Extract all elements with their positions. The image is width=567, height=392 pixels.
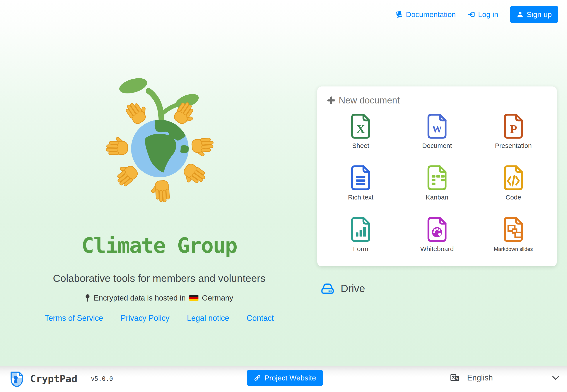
doc-type-label: Sheet xyxy=(352,142,369,149)
documentation-label: Documentation xyxy=(406,10,456,19)
hard-drive-icon xyxy=(321,282,335,294)
project-website-button[interactable]: Project Website xyxy=(247,370,323,386)
instance-subtitle: Colaborative tools for members and volun… xyxy=(0,272,318,284)
svg-text:A: A xyxy=(456,377,458,381)
plus-icon xyxy=(327,97,335,104)
document-file-icon: W xyxy=(426,112,448,140)
doc-type-label: Whiteboard xyxy=(420,245,454,253)
footer: CryptPad v5.0.0 Project Website A Englis… xyxy=(0,366,567,392)
new-doc-richtext[interactable]: Rich text xyxy=(323,164,399,201)
doc-type-label: Kanban xyxy=(426,194,448,201)
presentation-file-icon: P xyxy=(502,112,524,140)
new-document-title: New document xyxy=(339,95,400,106)
language-select[interactable]: A English xyxy=(450,370,559,386)
doc-type-label: Rich text xyxy=(348,194,373,201)
new-doc-sheet[interactable]: X Sheet xyxy=(323,112,399,149)
kanban-file-icon xyxy=(426,164,448,191)
new-doc-document[interactable]: W Document xyxy=(399,112,475,149)
svg-text:W: W xyxy=(432,123,442,135)
cryptpad-shield-icon xyxy=(10,370,24,388)
germany-flag-icon xyxy=(189,295,198,301)
translate-icon: A xyxy=(450,373,460,382)
legal-notice-link[interactable]: Legal notice xyxy=(187,314,229,323)
terms-of-service-link[interactable]: Terms of Service xyxy=(45,314,103,323)
legal-links: Terms of Service Privacy Policy Legal no… xyxy=(0,314,318,323)
signup-button[interactable]: Sign up xyxy=(510,6,558,23)
cryptpad-home-page: Documentation Log in Sign up xyxy=(0,0,567,392)
earth-globe-icon xyxy=(131,118,190,177)
new-document-card: New document X Sheet W Document xyxy=(317,86,557,266)
climate-group-logo xyxy=(101,70,219,212)
document-type-grid: X Sheet W Document P Presentation xyxy=(317,112,557,253)
form-file-icon xyxy=(350,216,372,243)
signup-label: Sign up xyxy=(527,10,552,19)
project-website-label: Project Website xyxy=(264,374,316,382)
new-doc-code[interactable]: Code xyxy=(475,164,552,201)
new-document-header: New document xyxy=(317,86,557,106)
login-link[interactable]: Log in xyxy=(468,10,498,19)
user-icon xyxy=(517,11,524,18)
cryptpad-wordmark: CryptPad xyxy=(30,373,77,385)
drive-label: Drive xyxy=(341,282,365,294)
hosting-text: Encrypted data is hosted in xyxy=(93,294,186,302)
link-chain-icon xyxy=(254,374,261,381)
sign-in-icon xyxy=(468,11,475,18)
doc-type-label: Markdown slides xyxy=(494,246,533,252)
privacy-policy-link[interactable]: Privacy Policy xyxy=(120,314,169,323)
code-file-icon xyxy=(502,164,524,191)
instance-title: Climate Group xyxy=(0,234,318,258)
contact-link[interactable]: Contact xyxy=(247,314,274,323)
doc-type-label: Form xyxy=(353,245,368,253)
footer-brand: CryptPad v5.0.0 xyxy=(10,366,113,392)
sheet-file-icon: X xyxy=(350,112,372,140)
top-navigation: Documentation Log in Sign up xyxy=(0,0,567,29)
svg-text:X: X xyxy=(356,122,365,136)
hosting-country: Germany xyxy=(202,294,233,302)
new-doc-presentation[interactable]: P Presentation xyxy=(475,112,552,149)
markdown-slides-file-icon xyxy=(502,216,524,243)
new-doc-form[interactable]: Form xyxy=(323,216,399,253)
version-label: v5.0.0 xyxy=(91,375,113,382)
doc-type-label: Code xyxy=(506,194,521,201)
login-label: Log in xyxy=(478,10,498,19)
doc-type-label: Presentation xyxy=(495,142,532,149)
new-doc-markdown-slides[interactable]: Markdown slides xyxy=(475,216,552,253)
whiteboard-file-icon xyxy=(426,216,448,243)
documentation-link[interactable]: Documentation xyxy=(395,10,456,19)
drive-link[interactable]: Drive xyxy=(321,282,365,294)
language-value: English xyxy=(467,373,493,382)
new-doc-whiteboard[interactable]: Whiteboard xyxy=(399,216,475,253)
book-icon xyxy=(395,11,403,18)
pushpin-icon xyxy=(85,294,90,302)
doc-type-label: Document xyxy=(422,142,452,149)
hosting-info: Encrypted data is hosted in Germany xyxy=(0,294,318,302)
richtext-file-icon xyxy=(350,164,372,191)
svg-text:P: P xyxy=(510,122,517,136)
chevron-down-icon xyxy=(552,376,559,380)
new-doc-kanban[interactable]: Kanban xyxy=(399,164,475,201)
